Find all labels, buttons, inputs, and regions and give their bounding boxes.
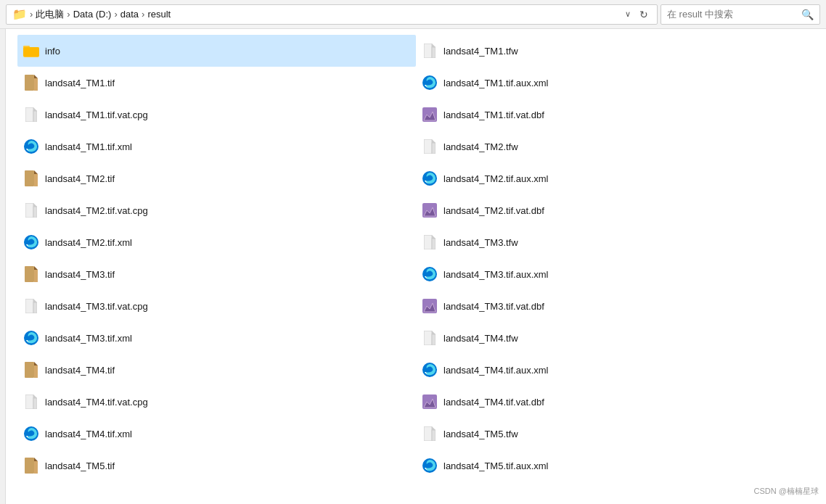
file-content: info landsat4_TM1.tfw landsat4_TM1.tif l… — [6, 29, 826, 504]
file-icon — [422, 234, 438, 250]
list-item[interactable]: landsat4_TM5.tif.aux.xml — [416, 450, 814, 482]
list-item[interactable]: landsat4_TM3.tif.xml — [17, 322, 416, 354]
search-input[interactable] — [667, 9, 797, 20]
list-item[interactable]: landsat4_TM4.tif.aux.xml — [416, 354, 814, 386]
file-name-label: landsat4_TM2.tif.aux.xml — [443, 173, 549, 184]
svg-rect-3 — [424, 44, 432, 58]
file-name-label: landsat4_TM2.tif.vat.dbf — [443, 205, 544, 216]
file-icon — [23, 394, 39, 410]
file-name-label: landsat4_TM1.tif — [45, 78, 115, 88]
folder-nav-icon: 📁 — [12, 7, 27, 21]
list-item[interactable]: landsat4_TM1.tif.vat.cpg — [17, 99, 416, 131]
file-name-label: landsat4_TM2.tif — [45, 173, 115, 184]
tif-icon — [23, 458, 39, 474]
svg-rect-31 — [424, 235, 432, 249]
dbf-icon — [422, 202, 438, 218]
list-item[interactable]: landsat4_TM3.tfw — [416, 226, 814, 258]
file-name-label: landsat4_TM1.tif.xml — [45, 141, 132, 152]
svg-rect-62 — [25, 458, 34, 474]
list-item[interactable]: landsat4_TM3.tif.vat.dbf — [416, 290, 814, 322]
file-icon — [23, 202, 39, 218]
edge-icon — [23, 139, 39, 154]
breadcrumb-result[interactable]: result — [147, 9, 171, 20]
svg-marker-60 — [432, 426, 436, 430]
breadcrumb-dropdown-button[interactable]: ∨ — [622, 9, 634, 19]
list-item[interactable]: landsat4_TM4.tif.vat.cpg — [17, 386, 416, 418]
breadcrumb-data[interactable]: data — [120, 9, 139, 20]
breadcrumb-data-d[interactable]: Data (D:) — [73, 9, 112, 20]
file-name-label: landsat4_TM4.tfw — [443, 333, 518, 344]
dbf-icon — [422, 298, 438, 314]
svg-marker-25 — [33, 203, 37, 207]
list-item[interactable]: landsat4_TM3.tif — [17, 258, 416, 290]
file-name-label: info — [45, 46, 60, 57]
list-item[interactable]: landsat4_TM1.tif — [17, 67, 416, 99]
file-name-label: landsat4_TM3.tif.vat.dbf — [443, 301, 544, 312]
svg-rect-6 — [25, 75, 34, 91]
file-name-label: landsat4_TM4.tif — [45, 365, 115, 376]
list-item[interactable]: landsat4_TM1.tfw — [416, 35, 814, 67]
file-name-label: landsat4_TM3.tif.xml — [45, 333, 132, 344]
svg-marker-49 — [34, 362, 38, 365]
svg-marker-63 — [34, 458, 38, 461]
file-icon — [422, 43, 438, 59]
file-name-label: landsat4_TM4.tif.vat.dbf — [443, 397, 544, 408]
edge-icon — [422, 458, 438, 474]
file-name-label: landsat4_TM3.tfw — [443, 237, 518, 248]
list-item[interactable]: landsat4_TM4.tif.vat.dbf — [416, 386, 814, 418]
list-item[interactable]: landsat4_TM5.tfw — [416, 418, 814, 450]
list-item[interactable]: landsat4_TM2.tif.vat.cpg — [17, 194, 416, 226]
tif-icon — [23, 362, 39, 378]
list-item[interactable]: landsat4_TM2.tif.aux.xml — [416, 162, 814, 194]
file-icon — [23, 107, 39, 123]
list-item[interactable]: landsat4_TM2.tfw — [416, 131, 814, 162]
sidebar-strip — [0, 29, 6, 504]
svg-rect-61 — [432, 430, 436, 441]
svg-rect-64 — [34, 461, 38, 474]
file-name-label: landsat4_TM5.tif.aux.xml — [443, 460, 549, 471]
refresh-button[interactable]: ↻ — [637, 9, 651, 20]
search-box: 🔍 — [661, 4, 820, 25]
edge-icon — [422, 266, 438, 282]
list-item[interactable]: landsat4_TM3.tif.aux.xml — [416, 258, 814, 290]
list-item[interactable]: info — [17, 35, 416, 67]
search-button[interactable]: 🔍 — [801, 9, 814, 20]
svg-rect-34 — [25, 266, 34, 282]
edge-icon — [422, 170, 438, 186]
breadcrumb[interactable]: 📁 › 此电脑 › Data (D:) › data › result ∨ ↻ — [6, 4, 658, 25]
file-name-label: landsat4_TM3.tif — [45, 269, 115, 280]
list-item[interactable]: landsat4_TM2.tif.vat.dbf — [416, 194, 814, 226]
list-item[interactable]: landsat4_TM2.tif.xml — [17, 226, 416, 258]
breadcrumb-sep-2: › — [114, 9, 117, 20]
list-item[interactable]: landsat4_TM3.tif.vat.cpg — [17, 290, 416, 322]
file-icon — [23, 298, 39, 314]
list-item[interactable]: landsat4_TM5.tif — [17, 450, 416, 482]
edge-icon — [422, 362, 438, 378]
list-item[interactable]: landsat4_TM1.tif.aux.xml — [416, 67, 814, 99]
list-item[interactable]: landsat4_TM4.tif — [17, 354, 416, 386]
main-layout: info landsat4_TM1.tfw landsat4_TM1.tif l… — [0, 29, 826, 504]
dbf-icon — [422, 394, 438, 410]
list-item[interactable]: landsat4_TM4.tfw — [416, 322, 814, 354]
tif-icon — [23, 170, 39, 186]
breadcrumb-sep-3: › — [142, 9, 144, 20]
file-name-label: landsat4_TM1.tif.vat.cpg — [45, 110, 148, 120]
file-name-label: landsat4_TM2.tif.vat.cpg — [45, 205, 148, 216]
svg-rect-5 — [432, 47, 436, 58]
list-item[interactable]: landsat4_TM1.tif.xml — [17, 131, 416, 162]
svg-rect-26 — [33, 207, 37, 218]
file-name-label: landsat4_TM1.tif.aux.xml — [443, 78, 549, 88]
file-name-label: landsat4_TM2.tif.xml — [45, 237, 132, 248]
svg-rect-8 — [34, 78, 38, 91]
address-bar: 📁 › 此电脑 › Data (D:) › data › result ∨ ↻ … — [0, 0, 826, 29]
list-item[interactable]: landsat4_TM2.tif — [17, 162, 416, 194]
svg-marker-21 — [34, 170, 38, 174]
svg-rect-38 — [25, 299, 33, 313]
tif-icon — [23, 266, 39, 282]
svg-rect-40 — [33, 302, 37, 313]
list-item[interactable]: landsat4_TM4.tif.xml — [17, 418, 416, 450]
list-item[interactable]: landsat4_TM1.tif.vat.dbf — [416, 99, 814, 131]
breadcrumb-pc[interactable]: 此电脑 — [36, 8, 64, 21]
file-icon — [422, 426, 438, 442]
file-name-label: landsat4_TM4.tif.aux.xml — [443, 365, 549, 376]
